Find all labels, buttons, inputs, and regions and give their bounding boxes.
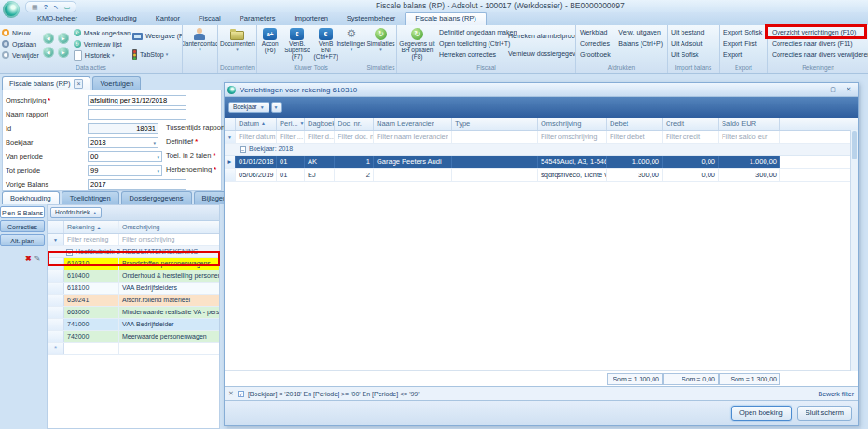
scrollbar-thumb[interactable] <box>852 131 857 159</box>
superfisc-button[interactable]: € VenB. Superfisc (F7) <box>282 27 311 63</box>
naam-rapport-field[interactable] <box>88 109 186 120</box>
remove-filter-icon[interactable]: ✕ <box>228 390 234 397</box>
row-selector-cell[interactable] <box>48 307 64 318</box>
col-header-omschrijving[interactable]: Omschrijving <box>538 118 607 130</box>
overzicht-verrichtingen-button[interactable]: Overzicht verrichtingen (F10) <box>770 27 866 38</box>
filter-saldo-input[interactable]: Filter saldo eur <box>719 131 780 143</box>
grid-group-row[interactable]: −Boekjaar: 2018 <box>225 144 858 156</box>
calculator-icon[interactable]: ▦ <box>32 3 38 11</box>
vertical-scrollbar[interactable] <box>850 130 858 371</box>
lower-tab[interactable]: Boekhouding <box>2 191 60 204</box>
filter-doc-nr-input[interactable]: Filter doc. nr. <box>335 131 374 143</box>
row-selector-cell[interactable] <box>48 319 64 330</box>
maak-ongedaan-button[interactable]: ↶Maak ongedaan <box>74 27 131 38</box>
filter-periode-input[interactable]: Filter ... <box>277 131 305 143</box>
venb-bni-button[interactable]: € VenB BNI (Ctrl+F7) <box>313 27 338 63</box>
uit-adsolut-button[interactable]: Uit Adsolut <box>669 38 717 49</box>
uit-bestand-button[interactable]: Uit bestand <box>669 27 717 38</box>
herreken-correcties-button[interactable]: Herreken correcties <box>437 49 504 61</box>
open-toelichting-button[interactable]: Open toelichting (Ctrl+T) <box>437 38 504 49</box>
ribbon-tab[interactable]: Boekhouding <box>87 12 146 25</box>
collapse-icon[interactable]: − <box>240 146 246 153</box>
dialog-titlebar[interactable]: Verrichtingen voor rekening 610310 – ▢ ✕ <box>225 83 858 97</box>
new-row[interactable]: * <box>48 343 219 355</box>
row-selector-cell[interactable]: ▸ <box>225 156 236 168</box>
accon-button[interactable]: a+ Accon (F6) <box>259 27 281 63</box>
balans-print-button[interactable]: Balans (Ctrl+P) <box>616 38 665 49</box>
close-icon[interactable]: ✕ <box>843 85 855 94</box>
correcties-divers-verwijderen-button[interactable]: Correcties naar divers verwijderen (F12) <box>770 49 866 61</box>
filter-type-input[interactable] <box>452 131 538 143</box>
groupby-filter-chip[interactable]: ▼ <box>271 102 282 113</box>
table-row[interactable]: 610310 Brandstoffen personenwagens <box>48 258 219 270</box>
new-rekening-cell[interactable] <box>64 343 119 354</box>
col-header-datum[interactable]: Datum▲ <box>236 118 277 130</box>
ribbon-tab[interactable]: Parameters <box>230 12 285 25</box>
bewerk-filter-link[interactable]: Bewerk filter <box>818 391 854 397</box>
documenten-button[interactable]: Documenten ▾ <box>220 27 255 63</box>
col-header-doc-nr[interactable]: Doc. nr. <box>335 118 374 130</box>
col-header-rekening[interactable]: Rekening ▲ <box>64 221 119 233</box>
help-icon[interactable]: ? <box>44 3 48 11</box>
klantencontact-button[interactable]: Klantencontact ▾ <box>184 27 217 63</box>
side-nav-button[interactable]: P en S Balans <box>0 206 45 218</box>
definitief-ongedaan-button[interactable]: Definitief ongedaan maken <box>437 27 504 38</box>
lower-tab[interactable]: Toelichtingen <box>62 191 119 204</box>
col-header-saldo[interactable]: Saldo EUR <box>719 118 780 130</box>
weergave-button[interactable]: Weergave (F2)▾ <box>132 31 183 42</box>
document-tab[interactable]: Fiscale balans (RP) × <box>2 76 90 90</box>
document-tab[interactable]: Voertuigen <box>92 76 141 90</box>
open-boeking-button[interactable]: Open boeking <box>731 406 792 421</box>
vernieuw-lijst-button[interactable]: ↻Vernieuw lijst <box>74 38 131 49</box>
close-icon[interactable]: × <box>74 79 83 89</box>
instellingen-button[interactable]: ⚙ Instellingen ▾ <box>340 27 363 63</box>
filter-enabled-checkbox[interactable]: ✓ <box>238 391 244 397</box>
gegevens-uit-bh-button[interactable]: ↻ Gegevens uit BH ophalen (F8) <box>399 27 435 63</box>
table-row[interactable]: 663000 Minderwaarde realisatie VA - pers… <box>48 307 219 319</box>
monitor-icon[interactable]: ▭ <box>64 3 71 11</box>
filter-rekening-input[interactable]: Filter rekening <box>64 234 119 245</box>
collapse-icon[interactable]: − <box>66 249 73 256</box>
col-header-type[interactable]: Type <box>452 118 538 130</box>
ribbon-tab[interactable]: Importeren <box>285 12 338 25</box>
minimize-icon[interactable]: – <box>811 85 823 94</box>
filter-omschrijving-input[interactable]: Filter omschrijving <box>119 234 219 245</box>
verw-uitgaven-button[interactable]: Verw. uitgaven <box>616 27 665 38</box>
col-header-omschrijving[interactable]: Omschrijving <box>119 221 219 233</box>
maximize-icon[interactable]: ▢ <box>827 85 839 94</box>
filter-leverancier-input[interactable]: Filter naam leverancier <box>374 131 452 143</box>
correcties-print-button[interactable]: Correcties <box>578 38 614 49</box>
table-row[interactable]: 05/06/2019 01 EJ 2 sqdfqsfIveco, Lichte … <box>225 169 858 182</box>
nieuw-button[interactable]: Nieuw <box>2 27 39 38</box>
table-row[interactable]: 630241 Afschr.rollend materieel <box>48 295 219 307</box>
col-header-leverancier[interactable]: Naam Leverancier <box>374 118 452 130</box>
boekjaar-dropdown[interactable]: 2018▾ <box>88 137 158 148</box>
table-row[interactable]: 610400 Onderhoud & herstelling personenw… <box>48 270 219 283</box>
historiek-button[interactable]: Historiek▾ <box>74 49 131 61</box>
row-selector-cell[interactable] <box>48 283 64 294</box>
accounts-group-row[interactable]: −Hoofdrubriek: 2-RESULTATENREKENING <box>48 246 219 258</box>
werkblad-button[interactable]: Werkblad <box>578 27 614 38</box>
filter-datum-input[interactable]: Filter datum <box>236 131 277 143</box>
export-sofisk-button[interactable]: Export Sofisk <box>722 27 765 38</box>
nav-prev-button[interactable]: ◀ <box>43 47 54 58</box>
col-header-dagboek[interactable]: Dagboek <box>305 118 335 130</box>
side-nav-button[interactable]: Correcties <box>0 220 45 232</box>
ribbon-tab[interactable]: Fiscaal <box>189 12 230 25</box>
grootboek-button[interactable]: Grootboek <box>578 49 614 61</box>
col-header-credit[interactable]: Credit <box>663 118 719 130</box>
opslaan-button[interactable]: Opslaan <box>2 38 39 49</box>
filter-debet-input[interactable]: Filter debet <box>607 131 663 143</box>
table-row[interactable]: 741000 VAA Bedrijfsleider <box>48 319 219 331</box>
table-row[interactable]: 742000 Meerwaarde personenwagen <box>48 331 219 343</box>
tabstop-button[interactable]: TabStop▾ <box>132 48 183 60</box>
row-selector-cell[interactable] <box>48 295 64 306</box>
filter-credit-input[interactable]: Filter credit <box>663 131 719 143</box>
simulaties-button[interactable]: ↻ Simulaties ▾ <box>367 27 395 63</box>
pointer-icon[interactable]: ↖ <box>53 3 59 11</box>
table-row[interactable]: ▸ 01/01/2018 01 AK 1 Garage Peeters Audi… <box>225 156 858 169</box>
vorige-balans-field[interactable] <box>88 179 186 190</box>
nav-first-button[interactable]: ◀ <box>43 33 54 44</box>
table-row[interactable]: 618100 VAA Bedrijfsleiders <box>48 283 219 295</box>
correcties-naar-divers-button[interactable]: Correcties naar divers (F11) <box>770 38 866 49</box>
